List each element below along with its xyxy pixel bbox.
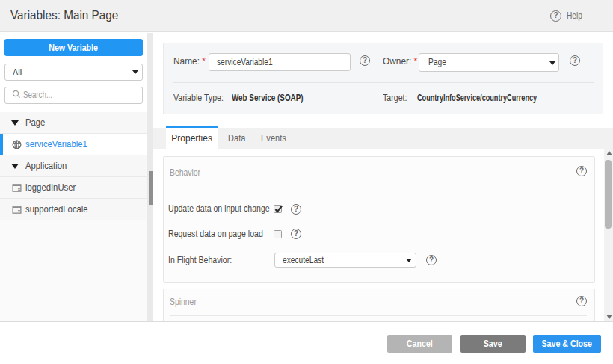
svg-text:x: x [18, 187, 21, 191]
svg-text:x: x [18, 209, 21, 213]
